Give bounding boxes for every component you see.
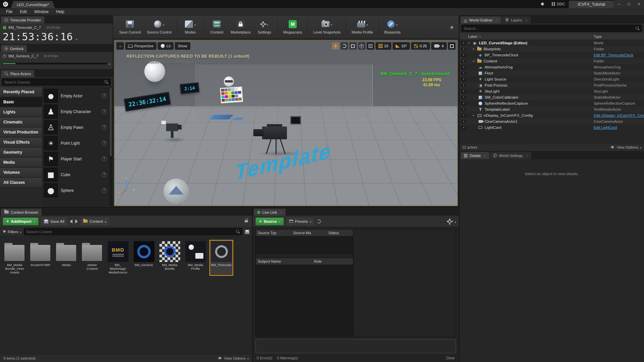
col-role[interactable]: Role bbox=[312, 259, 353, 263]
outliner-row-cinecameraactor1[interactable]: CineCameraActor1CineCameraActor bbox=[459, 118, 644, 124]
tab-content-browser[interactable]: Content Browser bbox=[1, 209, 42, 216]
marketplace-button[interactable]: Marketplace bbox=[228, 17, 253, 37]
notification-icon[interactable] bbox=[538, 0, 548, 8]
visibility-eye-icon[interactable] bbox=[461, 54, 466, 57]
search-classes-input[interactable] bbox=[4, 80, 102, 84]
timecode-screen-small[interactable]: 2:14 bbox=[180, 82, 200, 94]
column-label[interactable]: Label▲ bbox=[468, 35, 594, 39]
outliner-row-content[interactable]: ▾ContentFolder bbox=[459, 58, 644, 64]
save-current-button[interactable]: Save Current bbox=[116, 17, 144, 37]
edit-ndisplay-link[interactable]: Edit nDisplay_InCamVFX_Config bbox=[594, 113, 644, 117]
help-badge[interactable]: ? bbox=[102, 156, 107, 161]
scale-snap-button[interactable]: 0.25 bbox=[411, 42, 430, 50]
outliner-row-ndisplay-config[interactable]: ▾nDisplay_InCamVFX_ConfigEdit nDisplay_I… bbox=[459, 112, 644, 118]
content-button[interactable]: Content bbox=[206, 17, 227, 37]
category-visual-effects[interactable]: Visual Effects bbox=[0, 138, 42, 147]
visibility-eye-icon[interactable] bbox=[461, 114, 466, 117]
close-icon[interactable]: × bbox=[496, 18, 498, 22]
lock-icon[interactable] bbox=[245, 220, 248, 222]
edit-lightcard-link[interactable]: Edit LightCard bbox=[594, 125, 644, 130]
grid-snap-button[interactable]: 10 bbox=[376, 42, 391, 50]
outliner-row-blueprints[interactable]: ▾BlueprintsFolder bbox=[459, 46, 644, 52]
place-item-empty-character[interactable]: Empty Character? bbox=[44, 104, 108, 119]
col-subject-name[interactable]: Subject Name bbox=[256, 259, 312, 263]
visibility-eye-icon[interactable] bbox=[461, 90, 466, 93]
tab-timecode-provider[interactable]: Timecode Provider bbox=[1, 16, 44, 23]
expander-icon[interactable]: ▾ bbox=[473, 60, 477, 63]
navigation-dome[interactable] bbox=[163, 178, 189, 204]
ddc-indicator[interactable]: DDC bbox=[548, 0, 569, 8]
restore-button[interactable]: □ bbox=[624, 0, 634, 8]
col-status[interactable]: Status bbox=[327, 231, 353, 235]
help-badge[interactable]: ? bbox=[102, 125, 107, 130]
expander-icon[interactable]: ▾ bbox=[468, 42, 472, 45]
view-options-button[interactable]: View Options bbox=[217, 356, 249, 360]
category-virtual-production[interactable]: Virtual Production bbox=[0, 127, 42, 137]
close-icon[interactable]: × bbox=[280, 211, 282, 214]
minimize-button[interactable]: – bbox=[614, 0, 624, 8]
settings-gear-icon[interactable] bbox=[448, 220, 451, 223]
visibility-eye-icon[interactable] bbox=[461, 102, 466, 105]
world-space-toggle[interactable] bbox=[358, 42, 365, 50]
scrollbar-thumb[interactable] bbox=[110, 88, 112, 156]
folder-starter-content[interactable]: Starter Content bbox=[80, 240, 104, 276]
surface-snap-button[interactable] bbox=[367, 42, 374, 50]
maximize-viewport-button[interactable] bbox=[448, 42, 455, 50]
tab-layers[interactable]: Layers× bbox=[502, 16, 530, 23]
refresh-icon[interactable] bbox=[317, 219, 321, 223]
outliner-row-light-source[interactable]: Light SourceDirectionalLight bbox=[459, 76, 644, 82]
visibility-eye-icon[interactable] bbox=[461, 42, 466, 45]
help-badge[interactable]: ? bbox=[102, 141, 107, 146]
close-icon[interactable]: × bbox=[526, 154, 528, 157]
scrollbar[interactable] bbox=[109, 88, 112, 206]
tab-world-settings[interactable]: World Settings× bbox=[490, 152, 532, 159]
viewport-options-button[interactable] bbox=[116, 42, 124, 50]
category-cinematic[interactable]: Cinematic bbox=[0, 117, 42, 127]
visibility-eye-icon[interactable] bbox=[461, 48, 466, 51]
asset-bm-media-bundle[interactable]: BM_Media Bundle bbox=[158, 240, 182, 276]
outliner-row-post-process[interactable]: Post ProcessPostProcessVolume bbox=[459, 82, 644, 88]
media-profile-button[interactable]: Media Profile bbox=[349, 17, 376, 37]
help-badge[interactable]: ? bbox=[102, 188, 107, 193]
save-search-icon[interactable] bbox=[245, 230, 249, 234]
category-basic[interactable]: Basic bbox=[0, 97, 42, 107]
camera-speed-button[interactable]: 4 bbox=[431, 42, 447, 50]
calibration-head-sphere[interactable] bbox=[224, 76, 234, 87]
chevron-down-icon[interactable] bbox=[109, 60, 110, 66]
tab-genlock[interactable]: Genlock bbox=[1, 45, 27, 52]
asset-bm-timecode[interactable]: BM_Timecode bbox=[209, 240, 233, 276]
outliner-row-sm-colorcalibrator[interactable]: SM_ColorCalibratorStaticMeshActor bbox=[459, 94, 644, 100]
visibility-eye-icon[interactable] bbox=[461, 96, 466, 99]
category-geometry[interactable]: Geometry bbox=[0, 148, 42, 157]
show-flags-button[interactable]: Show bbox=[175, 42, 190, 50]
close-icon[interactable]: × bbox=[525, 18, 527, 22]
close-icon[interactable]: × bbox=[484, 154, 486, 157]
place-item-sphere[interactable]: Sphere? bbox=[44, 183, 108, 198]
outliner-row-floor[interactable]: FloorStaticMeshActor bbox=[459, 70, 644, 76]
camera-rig-small[interactable] bbox=[161, 120, 189, 146]
visibility-eye-icon[interactable] bbox=[461, 66, 466, 69]
expander-icon[interactable]: ▾ bbox=[473, 48, 477, 51]
timecode-display[interactable]: 21:53:36:16 bbox=[3, 31, 110, 43]
visibility-eye-icon[interactable] bbox=[461, 126, 466, 129]
asset-bm-blackmagic-mediasource[interactable]: BMDBM_ Blackmagic MediaSource bbox=[106, 240, 130, 276]
menu-help[interactable]: Help bbox=[53, 9, 68, 15]
chevron-down-icon[interactable] bbox=[455, 218, 456, 224]
filters-button[interactable]: Filters bbox=[3, 230, 21, 234]
outliner-row-bp-timecodeclock[interactable]: BP_TimecodeClockEdit BP_TimecodeClock bbox=[459, 52, 644, 58]
folder-media[interactable]: Media bbox=[54, 240, 78, 276]
asset-bm-media-profile[interactable]: BM_Media Profile bbox=[184, 240, 207, 276]
toolbar-overflow-button[interactable]: » bbox=[448, 24, 455, 31]
rotation-snap-button[interactable]: 10° bbox=[393, 42, 410, 50]
menu-file[interactable]: File bbox=[3, 9, 16, 15]
forward-button[interactable] bbox=[75, 219, 78, 223]
place-item-cube[interactable]: Cube? bbox=[44, 167, 108, 183]
megascans-button[interactable]: Megascans bbox=[281, 17, 305, 37]
breadcrumb[interactable]: Content bbox=[81, 217, 109, 225]
folder-incamvfxbp[interactable]: InCamVFXBP bbox=[29, 240, 52, 276]
add-import-button[interactable]: Add/Import bbox=[3, 217, 39, 225]
rotate-tool-button[interactable] bbox=[341, 42, 348, 50]
color-calibrator-chart[interactable] bbox=[220, 87, 243, 105]
column-type[interactable]: Type bbox=[594, 35, 644, 39]
back-button[interactable] bbox=[70, 219, 72, 223]
